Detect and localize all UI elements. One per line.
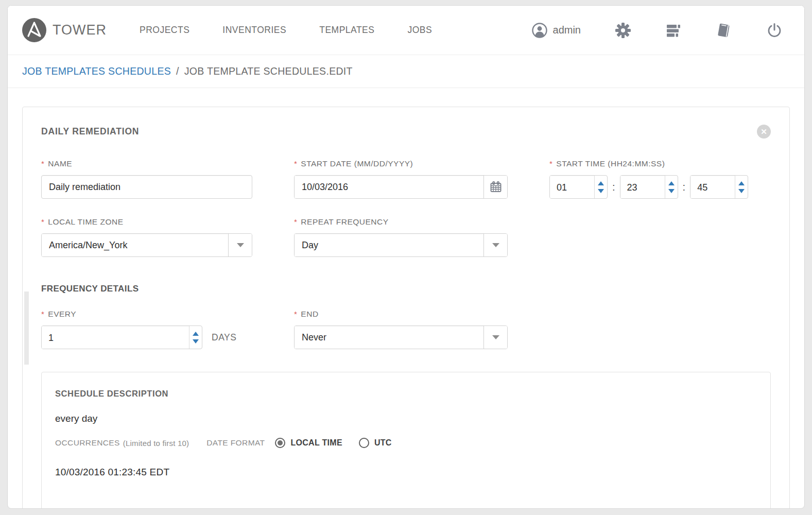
required-asterisk: * <box>294 159 297 168</box>
every-unit-label: DAYS <box>212 332 236 343</box>
frequency-section-accent-bar <box>24 291 29 365</box>
end-select[interactable] <box>294 325 508 349</box>
every-stepper <box>41 325 202 349</box>
chevron-down-icon <box>492 335 499 339</box>
frequency-details-heading: FREQUENCY DETAILS <box>41 284 771 294</box>
radio-local-time[interactable]: LOCAL TIME <box>275 438 342 448</box>
frequency-dropdown-button[interactable] <box>483 234 507 256</box>
user-avatar-icon <box>531 22 548 39</box>
app-window: TOWER PROJECTS INVENTORIES TEMPLATES JOB… <box>7 5 805 509</box>
radio-utc[interactable]: UTC <box>359 438 392 448</box>
chevron-down-icon <box>237 243 244 247</box>
start-date-input[interactable] <box>295 176 483 198</box>
close-icon[interactable]: ✕ <box>757 125 771 139</box>
repeat-frequency-field-group: * REPEAT FREQUENCY <box>294 217 508 257</box>
breadcrumb-link-job-templates-schedules[interactable]: JOB TEMPLATES SCHEDULES <box>22 65 171 77</box>
radio-unselected-icon <box>359 438 369 448</box>
second-increment-arrow-icon[interactable] <box>738 181 745 185</box>
repeat-frequency-label: * REPEAT FREQUENCY <box>294 217 508 227</box>
schedule-description-heading: SCHEDULE DESCRIPTION <box>55 389 757 399</box>
hour-stepper <box>549 175 608 199</box>
nav-item-inventories[interactable]: INVENTORIES <box>222 25 286 36</box>
user-menu[interactable]: admin <box>531 22 581 39</box>
breadcrumb-separator: / <box>176 65 179 77</box>
nav-item-templates[interactable]: TEMPLATES <box>319 25 374 36</box>
settings-gear-icon[interactable] <box>615 22 631 39</box>
every-increment-arrow-icon[interactable] <box>193 332 199 336</box>
nav-item-projects[interactable]: PROJECTS <box>140 25 189 36</box>
chevron-down-icon <box>492 243 499 247</box>
end-value[interactable] <box>295 326 483 349</box>
hour-decrement-arrow-icon[interactable] <box>598 189 604 193</box>
schedule-edit-panel: DAILY REMEDIATION ✕ * NAME * START DATE … <box>22 107 790 509</box>
every-field-group: * EVERY DAYS <box>41 310 252 349</box>
breadcrumb-current: JOB TEMPLATE SCHEDULES.EDIT <box>184 65 353 77</box>
required-asterisk: * <box>41 217 44 226</box>
name-input[interactable] <box>41 175 252 199</box>
start-date-label: * START DATE (MM/DD/YYYY) <box>294 159 508 168</box>
primary-nav: PROJECTS INVENTORIES TEMPLATES JOBS <box>140 25 432 36</box>
end-field-group: * END <box>294 310 508 349</box>
required-asterisk: * <box>294 217 297 226</box>
documentation-book-icon[interactable] <box>716 22 732 39</box>
required-asterisk: * <box>41 159 44 168</box>
required-asterisk: * <box>294 310 297 318</box>
name-label: * NAME <box>41 159 252 168</box>
username-label: admin <box>553 24 581 36</box>
end-label: * END <box>294 310 508 319</box>
start-time-label: * START TIME (HH24:MM:SS) <box>549 159 763 168</box>
top-navigation-bar: TOWER PROJECTS INVENTORIES TEMPLATES JOB… <box>8 6 804 55</box>
every-decrement-arrow-icon[interactable] <box>193 339 199 344</box>
end-dropdown-button[interactable] <box>483 326 507 349</box>
name-field-group: * NAME <box>41 159 252 199</box>
timezone-value[interactable] <box>42 234 228 256</box>
breadcrumb: JOB TEMPLATES SCHEDULES / JOB TEMPLATE S… <box>8 55 804 88</box>
every-input[interactable] <box>42 326 189 349</box>
main-content: DAILY REMEDIATION ✕ * NAME * START DATE … <box>8 88 804 509</box>
second-decrement-arrow-icon[interactable] <box>738 189 745 193</box>
panel-title: DAILY REMEDIATION <box>41 126 139 137</box>
radio-selected-icon <box>275 438 285 448</box>
hour-input[interactable] <box>550 176 594 199</box>
start-date-field-group: * START DATE (MM/DD/YYYY) <box>294 159 508 199</box>
nav-utilities: admin <box>531 22 783 39</box>
calendar-picker-button[interactable] <box>483 176 507 198</box>
every-label: * EVERY <box>41 310 252 319</box>
minute-decrement-arrow-icon[interactable] <box>668 189 675 193</box>
timezone-field-group: * LOCAL TIME ZONE <box>41 217 252 257</box>
occurrences-label: OCCURRENCES <box>55 438 120 448</box>
repeat-frequency-select[interactable] <box>294 233 508 257</box>
logout-power-icon[interactable] <box>766 22 783 39</box>
ansible-tower-logo-icon[interactable] <box>22 18 46 42</box>
second-stepper <box>690 175 748 199</box>
schedule-summary: every day <box>55 413 757 424</box>
calendar-icon <box>490 181 502 193</box>
time-colon: : <box>612 181 615 193</box>
date-format-label: DATE FORMAT <box>206 438 265 448</box>
minute-increment-arrow-icon[interactable] <box>668 181 675 185</box>
time-colon: : <box>683 181 686 193</box>
minute-input[interactable] <box>620 176 665 199</box>
brand-title: TOWER <box>53 22 107 38</box>
repeat-frequency-value[interactable] <box>295 234 483 256</box>
required-asterisk: * <box>549 159 552 168</box>
second-input[interactable] <box>690 176 735 199</box>
nav-item-jobs[interactable]: JOBS <box>407 25 432 36</box>
timezone-dropdown-button[interactable] <box>228 234 252 256</box>
occurrence-item: 10/03/2016 01:23:45 EDT <box>55 467 757 478</box>
portal-mode-icon[interactable] <box>665 22 682 39</box>
minute-stepper <box>620 175 678 199</box>
start-time-field-group: * START TIME (HH24:MM:SS) : <box>549 159 763 199</box>
occurrences-note: (Limited to first 10) <box>123 439 189 448</box>
timezone-label: * LOCAL TIME ZONE <box>41 217 252 227</box>
required-asterisk: * <box>41 310 44 318</box>
hour-increment-arrow-icon[interactable] <box>598 181 604 185</box>
schedule-description-box: SCHEDULE DESCRIPTION every day OCCURRENC… <box>41 372 771 509</box>
timezone-select[interactable] <box>41 233 252 257</box>
